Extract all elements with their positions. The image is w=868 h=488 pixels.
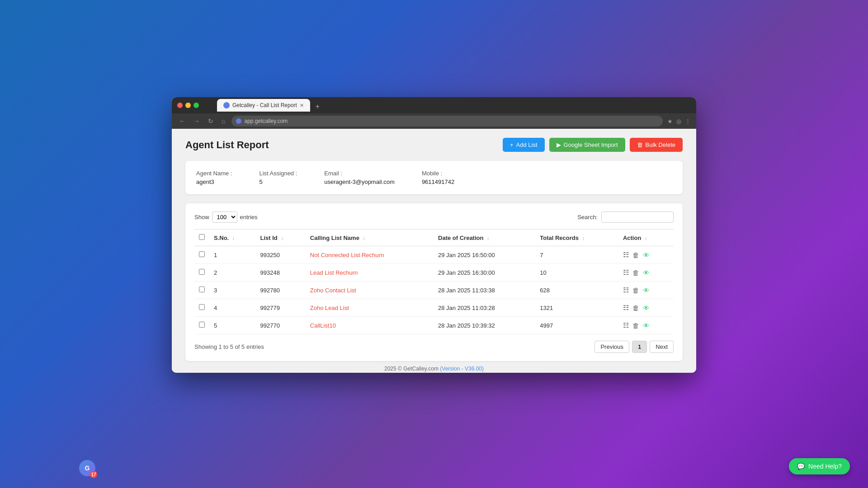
minimize-button[interactable] bbox=[185, 103, 191, 108]
row-checkbox-cell bbox=[194, 299, 209, 317]
view-icon[interactable]: 👁 bbox=[643, 286, 650, 294]
table-row: 3 992780 Zoho Contact List 28 Jan 2025 1… bbox=[194, 282, 674, 299]
address-bar[interactable]: app.getcalley.com bbox=[231, 116, 663, 127]
row-checkbox[interactable] bbox=[199, 322, 205, 328]
entries-select[interactable]: 100 25 50 bbox=[212, 211, 237, 223]
row-sno: 1 bbox=[209, 246, 256, 264]
row-checkbox[interactable] bbox=[199, 304, 205, 310]
delete-icon[interactable]: 🗑 bbox=[632, 286, 639, 294]
list-assigned-field: List Assigned : 5 bbox=[259, 170, 297, 185]
view-icon[interactable]: 👁 bbox=[643, 251, 650, 259]
row-actions: ☷ 🗑 👁 bbox=[618, 282, 674, 299]
pagination-buttons: Previous 1 Next bbox=[594, 341, 674, 353]
showing-text: Showing 1 to 5 of 5 entries bbox=[194, 343, 264, 350]
header-actions: + Add List ▶ Google Sheet Import 🗑 Bulk … bbox=[503, 138, 683, 152]
home-button[interactable]: ⌂ bbox=[220, 117, 227, 126]
version-link[interactable]: (Version - V36.00) bbox=[440, 366, 484, 372]
delete-icon[interactable]: 🗑 bbox=[632, 269, 639, 277]
row-sno: 3 bbox=[209, 282, 256, 299]
row-total: 10 bbox=[535, 264, 618, 282]
table-row: 4 992779 Zoho Lead List 28 Jan 2025 11:0… bbox=[194, 299, 674, 317]
show-label: Show bbox=[194, 214, 209, 221]
row-checkbox[interactable] bbox=[199, 269, 205, 275]
row-calling-list-name[interactable]: Lead List Rechurn bbox=[306, 264, 434, 282]
list-icon[interactable]: ☷ bbox=[623, 286, 629, 294]
row-actions: ☷ 🗑 👁 bbox=[618, 299, 674, 317]
table-row: 2 993248 Lead List Rechurn 29 Jan 2025 1… bbox=[194, 264, 674, 282]
logo-area[interactable]: G 17 bbox=[79, 460, 95, 476]
forward-button[interactable]: → bbox=[192, 117, 202, 126]
add-list-button[interactable]: + Add List bbox=[503, 138, 545, 152]
logo-icon: G bbox=[85, 465, 90, 472]
row-calling-list-name[interactable]: Not Connected List Rechurn bbox=[306, 246, 434, 264]
table-row: 1 993250 Not Connected List Rechurn 29 J… bbox=[194, 246, 674, 264]
col-sno[interactable]: S.No. ↕ bbox=[209, 230, 256, 246]
browser-tab[interactable]: Getcalley - Call List Report ✕ bbox=[217, 99, 310, 112]
tab-close-icon[interactable]: ✕ bbox=[300, 103, 304, 108]
close-button[interactable] bbox=[177, 103, 183, 108]
col-calling-list-name[interactable]: Calling List Name ↕ bbox=[306, 230, 434, 246]
menu-icon[interactable]: ⋮ bbox=[685, 118, 691, 125]
select-all-header bbox=[194, 230, 209, 246]
col-action[interactable]: Action ↕ bbox=[618, 230, 674, 246]
col-date-of-creation[interactable]: Date of Creation ↕ bbox=[434, 230, 535, 246]
select-all-checkbox[interactable] bbox=[199, 234, 205, 240]
bookmark-icon[interactable]: ★ bbox=[667, 118, 673, 125]
page-1-button[interactable]: 1 bbox=[632, 341, 647, 353]
row-date: 28 Jan 2025 11:03:28 bbox=[434, 299, 535, 317]
col-list-id[interactable]: List Id ↕ bbox=[256, 230, 306, 246]
row-list-id: 993250 bbox=[256, 246, 306, 264]
previous-button[interactable]: Previous bbox=[594, 341, 629, 353]
help-fab-button[interactable]: 💬 Need Help? bbox=[789, 458, 850, 474]
traffic-lights bbox=[177, 103, 199, 108]
new-tab-button[interactable]: + bbox=[313, 102, 322, 112]
reload-button[interactable]: ↻ bbox=[206, 117, 215, 126]
row-checkbox-cell bbox=[194, 317, 209, 334]
search-input[interactable] bbox=[601, 211, 674, 223]
delete-icon[interactable]: 🗑 bbox=[632, 322, 639, 329]
list-icon[interactable]: ☷ bbox=[623, 268, 629, 277]
page-footer: 2025 © GetCalley.com (Version - V36.00) bbox=[185, 361, 683, 372]
list-icon[interactable]: ☷ bbox=[623, 251, 629, 259]
table-card: Show 100 25 50 entries Search: bbox=[185, 203, 683, 361]
page-content: Agent List Report + Add List ▶ Google Sh… bbox=[172, 129, 696, 373]
table-controls: Show 100 25 50 entries Search: bbox=[194, 211, 674, 223]
mobile-field: Mobile : 9611491742 bbox=[422, 170, 454, 185]
col-total-records[interactable]: Total Records ↕ bbox=[535, 230, 618, 246]
list-icon[interactable]: ☷ bbox=[623, 321, 629, 329]
sheet-icon: ▶ bbox=[557, 141, 561, 148]
row-list-id: 992779 bbox=[256, 299, 306, 317]
back-button[interactable]: ← bbox=[177, 117, 187, 126]
bulk-delete-button[interactable]: 🗑 Bulk Delete bbox=[630, 138, 683, 152]
delete-icon[interactable]: 🗑 bbox=[632, 251, 639, 259]
search-box: Search: bbox=[577, 211, 674, 223]
mobile-value: 9611491742 bbox=[422, 178, 454, 185]
row-list-id: 992770 bbox=[256, 317, 306, 334]
row-checkbox[interactable] bbox=[199, 251, 205, 257]
view-icon[interactable]: 👁 bbox=[643, 322, 650, 329]
next-button[interactable]: Next bbox=[650, 341, 674, 353]
agent-name-value: agent3 bbox=[196, 178, 232, 185]
row-calling-list-name[interactable]: Zoho Contact List bbox=[306, 282, 434, 299]
list-icon[interactable]: ☷ bbox=[623, 304, 629, 312]
email-value: useragent-3@yopmail.com bbox=[324, 178, 395, 185]
row-total: 4997 bbox=[535, 317, 618, 334]
row-actions: ☷ 🗑 👁 bbox=[618, 246, 674, 264]
google-sheet-import-button[interactable]: ▶ Google Sheet Import bbox=[549, 138, 625, 152]
agent-info-card: Agent Name : agent3 List Assigned : 5 Em… bbox=[185, 161, 683, 194]
view-icon[interactable]: 👁 bbox=[643, 304, 650, 312]
row-sno: 4 bbox=[209, 299, 256, 317]
row-date: 29 Jan 2025 16:50:00 bbox=[434, 246, 535, 264]
view-icon[interactable]: 👁 bbox=[643, 269, 650, 277]
row-date: 28 Jan 2025 11:03:38 bbox=[434, 282, 535, 299]
footer-text: 2025 © GetCalley.com bbox=[384, 366, 439, 372]
extension-icon[interactable]: ◎ bbox=[676, 118, 681, 125]
maximize-button[interactable] bbox=[193, 103, 199, 108]
delete-icon[interactable]: 🗑 bbox=[632, 304, 639, 312]
tab-title: Getcalley - Call List Report bbox=[232, 102, 297, 108]
row-calling-list-name[interactable]: Zoho Lead List bbox=[306, 299, 434, 317]
row-actions: ☷ 🗑 👁 bbox=[618, 264, 674, 282]
email-field: Email : useragent-3@yopmail.com bbox=[324, 170, 395, 185]
row-calling-list-name[interactable]: CallList10 bbox=[306, 317, 434, 334]
row-checkbox[interactable] bbox=[199, 286, 205, 292]
